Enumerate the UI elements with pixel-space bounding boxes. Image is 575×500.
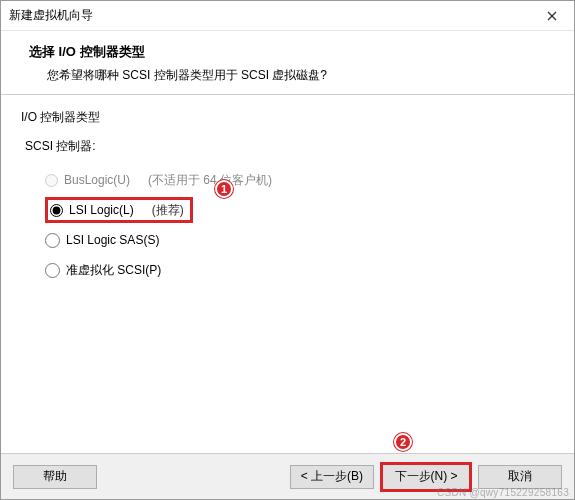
group-label: I/O 控制器类型 bbox=[21, 109, 554, 126]
highlight-box-option: LSI Logic(L) (推荐) bbox=[45, 197, 193, 223]
back-button[interactable]: < 上一步(B) bbox=[290, 465, 374, 489]
page-subtitle: 您希望将哪种 SCSI 控制器类型用于 SCSI 虚拟磁盘? bbox=[29, 67, 546, 84]
close-button[interactable] bbox=[538, 5, 566, 27]
footer: 帮助 < 上一步(B) 下一步(N) > 取消 bbox=[1, 453, 574, 499]
radio-pvscsi-label[interactable]: 准虚拟化 SCSI(P) bbox=[66, 262, 161, 279]
radio-pvscsi-row: 准虚拟化 SCSI(P) bbox=[45, 255, 554, 285]
callout-badge-2: 2 bbox=[394, 433, 412, 451]
help-button[interactable]: 帮助 bbox=[13, 465, 97, 489]
radio-lsisas-row: LSI Logic SAS(S) bbox=[45, 225, 554, 255]
close-icon bbox=[547, 11, 557, 21]
scsi-label: SCSI 控制器: bbox=[21, 138, 554, 155]
page-title: 选择 I/O 控制器类型 bbox=[29, 43, 546, 61]
radio-pvscsi-input[interactable] bbox=[45, 263, 60, 278]
radio-group: BusLogic(U) (不适用于 64 位客户机) LSI Logic(L) … bbox=[21, 165, 554, 285]
radio-buslogic-note: (不适用于 64 位客户机) bbox=[148, 172, 272, 189]
content-area: I/O 控制器类型 SCSI 控制器: BusLogic(U) (不适用于 64… bbox=[1, 95, 574, 453]
radio-lsilogic-label[interactable]: LSI Logic(L) bbox=[69, 203, 134, 217]
radio-buslogic-input bbox=[45, 174, 58, 187]
titlebar: 新建虚拟机向导 bbox=[1, 1, 574, 31]
radio-buslogic-label: BusLogic(U) bbox=[64, 173, 130, 187]
callout-badge-1: 1 bbox=[215, 180, 233, 198]
radio-lsilogic-row: LSI Logic(L) (推荐) bbox=[45, 195, 554, 225]
wizard-window: 新建虚拟机向导 选择 I/O 控制器类型 您希望将哪种 SCSI 控制器类型用于… bbox=[0, 0, 575, 500]
radio-lsilogic-note: (推荐) bbox=[152, 202, 184, 219]
radio-lsisas-input[interactable] bbox=[45, 233, 60, 248]
radio-lsisas-label[interactable]: LSI Logic SAS(S) bbox=[66, 233, 159, 247]
cancel-button[interactable]: 取消 bbox=[478, 465, 562, 489]
radio-buslogic: BusLogic(U) (不适用于 64 位客户机) bbox=[45, 165, 554, 195]
next-button[interactable]: 下一步(N) > bbox=[380, 462, 472, 492]
header-section: 选择 I/O 控制器类型 您希望将哪种 SCSI 控制器类型用于 SCSI 虚拟… bbox=[1, 31, 574, 95]
next-button-inner: 下一步(N) > bbox=[395, 469, 458, 483]
window-title: 新建虚拟机向导 bbox=[9, 7, 93, 24]
radio-lsilogic-input[interactable] bbox=[50, 204, 63, 217]
